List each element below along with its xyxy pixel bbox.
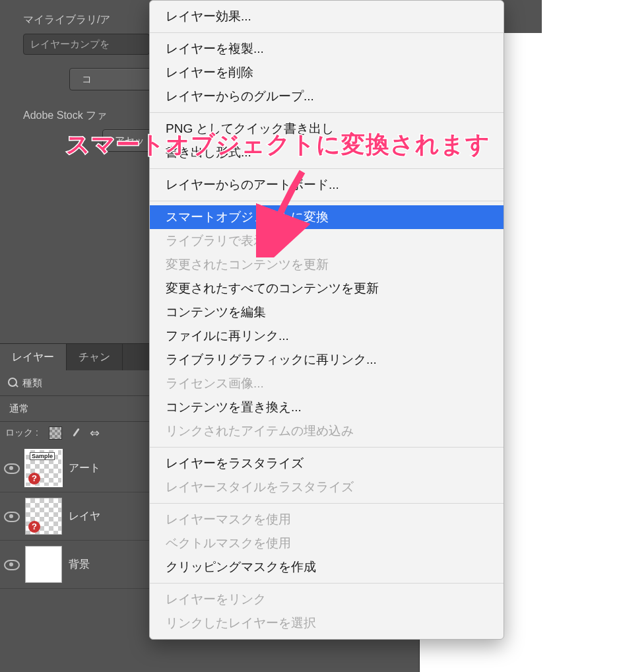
menu-item: レイヤーをリンク <box>150 588 504 611</box>
menu-separator <box>150 32 504 33</box>
warning-badge-icon: ? <box>28 473 40 485</box>
layer-name-label[interactable]: 背景 <box>69 558 90 572</box>
tab-layers-label: レイヤー <box>12 351 54 364</box>
layer-thumbnail[interactable] <box>25 546 62 583</box>
layer-row[interactable]: Sample?アート <box>0 444 154 492</box>
layer-row[interactable]: 背景 <box>0 541 154 589</box>
layercomp-dropdown-text: レイヤーカンプを <box>30 38 110 51</box>
lock-transparency-icon[interactable] <box>49 426 62 440</box>
visibility-eye-icon[interactable] <box>4 511 18 521</box>
menu-item: ライセンス画像... <box>150 372 504 395</box>
layercomp-dropdown[interactable]: レイヤーカンプを <box>23 34 150 55</box>
warning-badge-icon: ? <box>28 521 40 533</box>
lock-controls: ロック : ⇔ <box>0 422 154 444</box>
menu-separator <box>150 447 504 448</box>
tab-layers[interactable]: レイヤー <box>0 344 67 370</box>
menu-item: リンクされたアイテムの埋め込み <box>150 419 504 443</box>
sample-tag: Sample <box>30 452 55 460</box>
visibility-eye-icon[interactable] <box>4 559 18 570</box>
menu-item[interactable]: レイヤーからのグループ... <box>150 84 504 108</box>
blend-mode-dropdown[interactable]: 通常 <box>0 396 154 422</box>
menu-item: レイヤーマスクを使用 <box>150 508 504 531</box>
blend-mode-value: 通常 <box>9 403 29 415</box>
menu-item: リンクしたレイヤーを選択 <box>150 611 504 635</box>
layer-name-label[interactable]: レイヤ <box>69 510 100 523</box>
annotation-text: スマートオブジェクトに変換されます <box>66 129 490 161</box>
tab-channels-label: チャン <box>79 351 110 364</box>
filter-kind-label[interactable]: 種類 <box>22 377 42 389</box>
menu-item: ベクトルマスクを使用 <box>150 531 504 555</box>
layer-thumbnail[interactable]: Sample? <box>25 450 62 487</box>
menu-item[interactable]: ライブラリグラフィックに再リンク... <box>150 348 504 372</box>
annotation-arrow-icon <box>256 165 329 257</box>
lock-pixels-icon[interactable] <box>70 427 82 439</box>
top-button-1-label: コ <box>82 73 92 86</box>
menu-item[interactable]: ファイルに再リンク... <box>150 324 504 348</box>
menu-item[interactable]: レイヤーを削除 <box>150 61 504 84</box>
search-icon <box>8 378 18 388</box>
layer-thumbnail[interactable]: ? <box>25 498 62 535</box>
lock-position-icon[interactable]: ⇔ <box>90 427 100 439</box>
menu-separator <box>150 583 504 584</box>
menu-item[interactable]: レイヤー効果... <box>150 5 504 28</box>
menu-separator <box>150 112 504 113</box>
menu-item[interactable]: コンテンツを置き換え... <box>150 395 504 419</box>
visibility-eye-icon[interactable] <box>4 463 18 473</box>
layer-list: Sample?アート?レイヤ背景 <box>0 444 154 589</box>
layers-panel: レイヤー チャン 種類 通常 ロック : ⇔ Sample?アート?レイヤ背景 <box>0 343 154 672</box>
menu-item[interactable]: クリッピングマスクを作成 <box>150 555 504 579</box>
menu-item[interactable]: レイヤーをラスタライズ <box>150 452 504 475</box>
menu-separator <box>150 503 504 504</box>
tab-channels[interactable]: チャン <box>67 344 123 370</box>
menu-item[interactable]: コンテンツを編集 <box>150 300 504 324</box>
menu-item: レイヤースタイルをラスタライズ <box>150 475 504 499</box>
layer-row[interactable]: ?レイヤ <box>0 492 154 541</box>
menu-item[interactable]: 変更されたすべてのコンテンツを更新 <box>150 277 504 300</box>
layer-context-menu: レイヤー効果...レイヤーを複製...レイヤーを削除レイヤーからのグループ...… <box>149 0 504 640</box>
layer-name-label[interactable]: アート <box>69 461 100 475</box>
menu-item[interactable]: レイヤーを複製... <box>150 37 504 61</box>
panel-tabs: レイヤー チャン <box>0 344 154 370</box>
lock-label: ロック : <box>5 427 38 439</box>
layer-filter-row: 種類 <box>0 370 154 396</box>
